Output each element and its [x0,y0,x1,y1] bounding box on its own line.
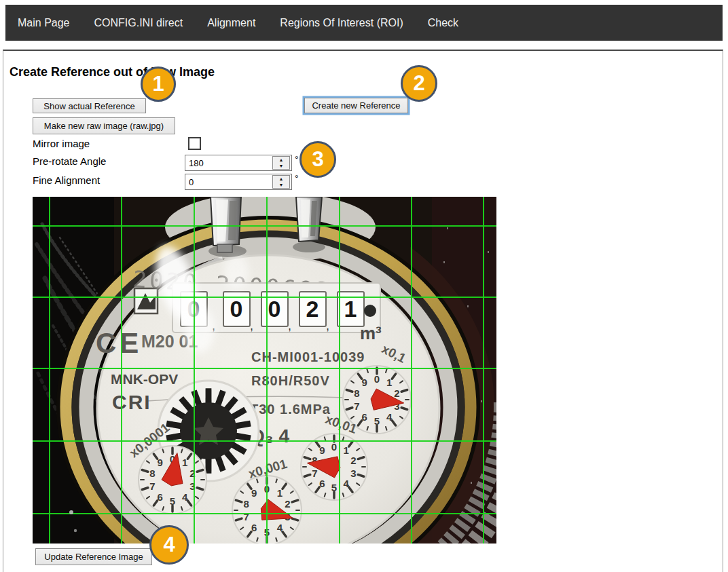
pre-rotate-spinner[interactable]: ▲ ▼ [272,156,290,170]
svg-text:7: 7 [149,480,155,492]
svg-text:8: 8 [149,468,155,479]
svg-text:8: 8 [354,387,359,399]
spinner-up-icon[interactable]: ▲ [273,176,289,182]
svg-text:7: 7 [312,468,317,479]
pre-rotate-angle-label: Pre-rotate Angle [33,155,106,167]
odometer-dot [364,305,376,317]
svg-text:1: 1 [386,377,392,388]
callout-1: 1 [141,66,176,102]
ratio-text: R80H/R50V [251,373,330,388]
callout-2: 2 [401,65,437,102]
svg-text:0: 0 [331,441,337,453]
nav-check[interactable]: Check [428,17,458,29]
nav-main-page[interactable]: Main Page [18,17,70,29]
svg-text:0: 0 [374,373,380,385]
svg-text:6: 6 [319,478,325,489]
odometer-digit: 2 [306,296,319,322]
svg-text:4: 4 [343,478,349,489]
spinner-down-icon[interactable]: ▼ [273,182,289,188]
nav-roi[interactable]: Regions Of Interest (ROI) [280,17,403,29]
brand-text: MNK-OPV [111,371,178,387]
svg-text:9: 9 [158,457,163,468]
spinner-down-icon[interactable]: ▼ [273,163,289,169]
svg-text:9: 9 [319,444,325,456]
callout-4: 4 [149,525,189,565]
svg-text:6: 6 [158,491,163,503]
cubic-meter-label: m³ [360,323,382,343]
svg-text:5: 5 [170,495,175,507]
svg-text:5: 5 [331,482,337,493]
svg-text:4: 4 [277,522,283,533]
svg-text:9: 9 [251,487,257,499]
show-actual-reference-button[interactable]: Show actual Reference [33,98,146,113]
svg-text:6: 6 [362,411,367,423]
nav-config-ini[interactable]: CONFIG.INI direct [94,17,183,29]
pre-rotate-degree-unit: ° [295,154,299,165]
svg-text:6: 6 [251,522,257,533]
svg-text:4: 4 [182,491,188,503]
odometer-digit: 1 [344,296,357,322]
svg-text:5: 5 [374,415,380,427]
brand2-text: CRI [112,391,151,413]
svg-text:2: 2 [285,498,290,510]
svg-text:8: 8 [243,498,249,510]
fine-alignment-degree-unit: ° [295,173,299,184]
update-reference-image-button[interactable]: Update Reference Image [35,548,152,565]
ce-mark: CE [96,327,142,359]
svg-text:4: 4 [386,411,393,423]
odometer-digit: 0 [230,296,243,322]
odometer-digit: 0 [268,296,281,322]
spec-text: T30 1.6MPa [250,402,331,417]
svg-text:3: 3 [350,468,356,479]
create-new-reference-button[interactable]: Create new Reference [304,98,408,113]
make-new-raw-image-button[interactable]: Make new raw image (raw.jpg) [33,117,175,134]
page-title: Create Reference out of Raw Image [10,65,215,79]
svg-text:1: 1 [277,487,283,499]
mirror-image-checkbox[interactable] [188,137,201,150]
nav-alignment[interactable]: Alignment [207,17,255,29]
model-number: CH-MI001-10039 [251,349,365,364]
svg-text:1: 1 [182,457,187,468]
mirror-image-label: Mirror image [33,138,90,149]
fine-alignment-spinner[interactable]: ▲ ▼ [272,175,290,189]
callout-3: 3 [299,141,336,178]
water-meter-photo: 2020 2000692952 0 0 0 2 1 , , , , m³ CE … [33,197,496,544]
reference-image: 2020 2000692952 0 0 0 2 1 , , , , m³ CE … [33,197,496,544]
svg-text:7: 7 [243,511,249,522]
spinner-up-icon[interactable]: ▲ [273,157,289,163]
svg-text:2: 2 [350,455,356,466]
top-navbar: Main Page CONFIG.INI direct Alignment Re… [5,5,723,41]
svg-text:,: , [250,319,253,332]
svg-text:7: 7 [354,400,359,412]
svg-text:,: , [326,319,329,332]
svg-text:,: , [288,319,291,332]
svg-text:2: 2 [394,387,399,399]
svg-text:9: 9 [362,377,367,388]
svg-text:1: 1 [343,444,348,456]
fine-alignment-label: Fine Alignment [33,174,100,186]
